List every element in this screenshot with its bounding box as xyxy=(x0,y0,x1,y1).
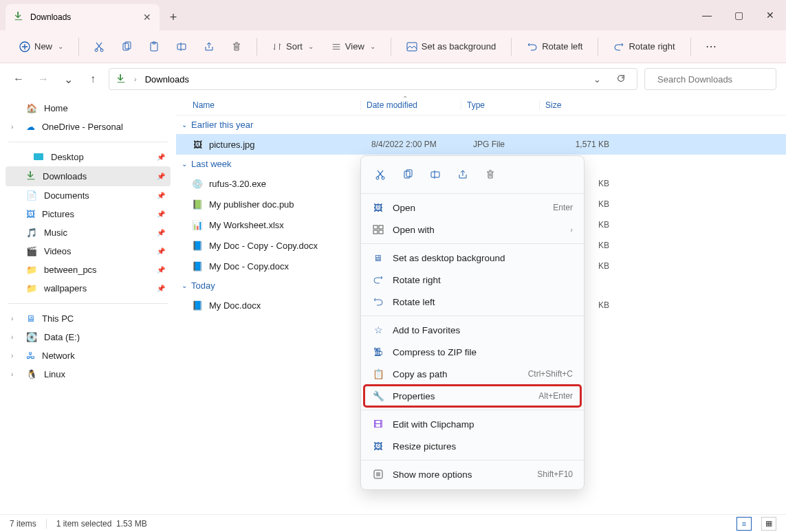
sidebar-item-network[interactable]: ›🖧Network xyxy=(6,346,171,365)
context-menu: 🖼OpenEnter Open with› 🖥Set as desktop ba… xyxy=(360,155,585,490)
sidebar-item-linux[interactable]: ›🐧Linux xyxy=(6,365,171,384)
sidebar-item-videos[interactable]: 🎬Videos📌 xyxy=(6,242,171,261)
maximize-button[interactable]: ▢ xyxy=(723,0,754,30)
new-button[interactable]: New ⌄ xyxy=(12,37,70,56)
chevron-right-icon[interactable]: › xyxy=(11,352,19,359)
window-controls: ― ▢ ✕ xyxy=(691,0,786,30)
resize-icon: 🖼 xyxy=(372,440,384,452)
ctx-open[interactable]: 🖼OpenEnter xyxy=(361,197,584,219)
cloud-icon: ☁ xyxy=(26,122,35,132)
properties-icon: 🔧 xyxy=(372,390,384,402)
copy-button[interactable] xyxy=(115,35,138,58)
sort-icon xyxy=(272,42,282,52)
sidebar-item-documents[interactable]: 📄Documents📌 xyxy=(6,186,171,205)
ctx-edit-clipchamp[interactable]: 🎞Edit with Clipchamp xyxy=(361,413,584,435)
up-button[interactable]: ↑ xyxy=(84,70,102,88)
rotate-right-icon xyxy=(372,274,384,286)
toolbar: New ⌄ Sort ⌄ View ⌄ Set as background Ro… xyxy=(0,30,786,63)
chevron-right-icon[interactable]: › xyxy=(11,370,19,378)
rotate-left-icon xyxy=(527,42,538,52)
ctx-delete-button[interactable] xyxy=(479,164,501,185)
address-bar[interactable]: › Downloads ⌄ xyxy=(109,68,637,90)
sidebar-item-home[interactable]: 🏠Home xyxy=(6,99,171,118)
sidebar-item-desktop[interactable]: Desktop📌 xyxy=(6,148,171,166)
column-size[interactable]: Size xyxy=(539,100,597,110)
search-input[interactable] xyxy=(657,74,773,85)
close-button[interactable]: ✕ xyxy=(754,0,786,30)
minimize-button[interactable]: ― xyxy=(691,0,723,30)
search-box[interactable] xyxy=(644,68,776,90)
rename-button[interactable] xyxy=(170,35,193,58)
excel-file-icon: 📊 xyxy=(191,219,204,231)
sidebar-item-this-pc[interactable]: ›🖥This PC xyxy=(6,309,171,328)
chevron-right-icon[interactable]: › xyxy=(11,123,19,131)
column-date[interactable]: Date modified xyxy=(360,100,461,110)
svg-rect-15 xyxy=(431,172,439,177)
cut-button[interactable] xyxy=(87,35,111,58)
open-with-icon xyxy=(372,223,384,236)
tab-close-icon[interactable]: ✕ xyxy=(143,12,151,23)
sidebar-item-wallpapers[interactable]: 📁wallpapers📌 xyxy=(6,279,171,298)
status-bar: 7 items 1 item selected 1.53 MB ≡ ▦ xyxy=(0,514,786,532)
ctx-compress-zip[interactable]: 🗜Compress to ZIP file xyxy=(361,341,584,363)
ctx-share-button[interactable] xyxy=(452,164,474,185)
column-name[interactable]: Name xyxy=(193,100,360,110)
desktop-bg-icon: 🖥 xyxy=(372,252,384,264)
ctx-open-with[interactable]: Open with› xyxy=(361,219,584,241)
ctx-set-desktop-bg[interactable]: 🖥Set as desktop background xyxy=(361,247,584,269)
status-item-count: 7 items xyxy=(10,519,36,529)
ctx-show-more[interactable]: Show more optionsShift+F10 xyxy=(361,463,584,485)
view-button[interactable]: View ⌄ xyxy=(325,37,382,56)
delete-button[interactable] xyxy=(225,35,248,58)
chevron-right-icon: › xyxy=(570,225,573,234)
breadcrumb-segment[interactable]: Downloads xyxy=(145,74,189,85)
ctx-add-favorites[interactable]: ☆Add to Favorites xyxy=(361,319,584,341)
tab-downloads[interactable]: Downloads ✕ xyxy=(6,4,160,30)
ctx-rename-button[interactable] xyxy=(424,164,446,185)
image-file-icon: 🖼 xyxy=(191,138,204,151)
new-tab-button[interactable]: + xyxy=(160,4,187,30)
column-type[interactable]: Type xyxy=(461,100,539,110)
more-button[interactable]: ⋯ xyxy=(699,35,723,58)
back-button[interactable]: ← xyxy=(10,70,28,88)
address-dropdown[interactable]: ⌄ xyxy=(589,74,605,85)
thumbnails-view-button[interactable]: ▦ xyxy=(761,517,776,531)
ctx-properties[interactable]: 🔧PropertiesAlt+Enter xyxy=(364,385,581,407)
chevron-down-icon: ⌄ xyxy=(308,43,314,50)
forward-button[interactable]: → xyxy=(34,70,52,88)
ctx-rotate-left[interactable]: Rotate left xyxy=(361,291,584,313)
sort-button[interactable]: Sort ⌄ xyxy=(265,37,320,56)
plus-circle-icon xyxy=(19,41,30,52)
download-icon xyxy=(116,74,126,85)
music-icon: 🎵 xyxy=(26,228,37,238)
sidebar-item-downloads[interactable]: Downloads📌 xyxy=(6,166,171,186)
pin-icon: 📌 xyxy=(157,210,165,218)
paste-button[interactable] xyxy=(142,35,166,58)
group-earlier-this-year[interactable]: ⌄Earlier this year xyxy=(176,115,786,134)
folder-icon: 📁 xyxy=(26,283,37,293)
rotate-left-icon xyxy=(372,296,384,308)
sidebar-item-between-pcs[interactable]: 📁between_pcs📌 xyxy=(6,261,171,279)
ctx-resize-pictures[interactable]: 🖼Resize pictures xyxy=(361,435,584,457)
rotate-left-button[interactable]: Rotate left xyxy=(520,37,589,56)
rotate-right-button[interactable]: Rotate right xyxy=(607,37,681,56)
recent-button[interactable]: ⌄ xyxy=(59,70,77,88)
ctx-rotate-right[interactable]: Rotate right xyxy=(361,269,584,291)
ctx-cut-button[interactable] xyxy=(369,164,391,185)
sidebar-item-music[interactable]: 🎵Music📌 xyxy=(6,223,171,242)
sidebar-item-data[interactable]: ›💽Data (E:) xyxy=(6,328,171,346)
ctx-copy-path[interactable]: 📋Copy as pathCtrl+Shift+C xyxy=(361,363,584,385)
chevron-right-icon[interactable]: › xyxy=(11,333,19,341)
share-button[interactable] xyxy=(197,35,221,58)
tab-title: Downloads xyxy=(30,12,136,22)
sidebar-item-pictures[interactable]: 🖼Pictures📌 xyxy=(6,205,171,223)
chevron-right-icon[interactable]: › xyxy=(11,315,19,322)
refresh-button[interactable] xyxy=(612,74,630,85)
svg-rect-16 xyxy=(373,225,378,229)
pin-icon: 📌 xyxy=(157,192,165,199)
file-row[interactable]: 🖼 pictures.jpg 8/4/2022 2:00 PM JPG File… xyxy=(176,134,786,155)
sidebar-item-onedrive[interactable]: ›☁OneDrive - Personal xyxy=(6,118,171,136)
set-background-button[interactable]: Set as background xyxy=(400,37,503,56)
details-view-button[interactable]: ≡ xyxy=(736,517,752,531)
ctx-copy-button[interactable] xyxy=(397,164,419,185)
